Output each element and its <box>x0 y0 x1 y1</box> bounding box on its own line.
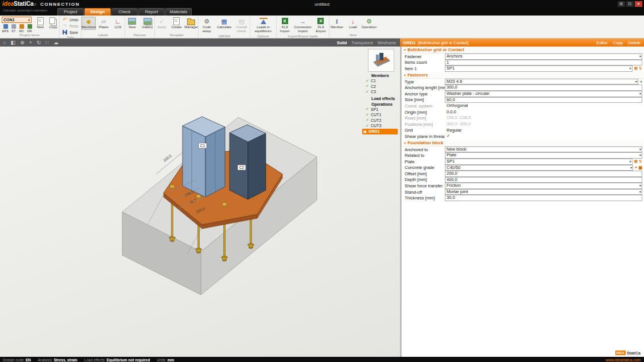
create-template-button[interactable]: Create <box>170 17 184 30</box>
redo-button[interactable]: ↷Redo <box>61 23 79 29</box>
property-value[interactable]: 0,0,0 <box>445 109 642 115</box>
render-mode-transparent[interactable]: Transparent <box>351 41 373 45</box>
property-value[interactable]: New block <box>445 147 642 153</box>
property-value[interactable]: 400,0 <box>445 177 642 183</box>
clip-view-icon[interactable]: ☁ <box>53 38 59 47</box>
new-item-button[interactable]: New <box>34 17 46 30</box>
tree-item-member[interactable]: ✓ C3 <box>366 89 399 95</box>
3d-viewport[interactable]: C1 C2 100,0 138,5 11,7 150,0 <box>0 47 400 357</box>
property-value[interactable]: M20 4.6 <box>445 79 638 85</box>
property-value[interactable]: Orthogonal <box>445 103 642 109</box>
save-button[interactable]: Save <box>61 29 78 35</box>
zoom-window-icon[interactable]: ◧ <box>10 38 15 47</box>
property-value[interactable]: C40/50 <box>445 165 633 171</box>
template-manager-button[interactable]: Manager <box>184 17 198 30</box>
new-member-button[interactable]: I Member <box>329 17 344 30</box>
gallery-button[interactable]: Gallery <box>141 17 155 30</box>
section-header-fasteners[interactable]: ▾ Fasteners <box>402 72 644 79</box>
tree-section-load-effects[interactable]: Load effects <box>371 97 399 101</box>
delete-operation-button[interactable]: Delete <box>628 40 641 45</box>
section-header-grid[interactable]: ▾ Bolt/Anchor grid or Contact <box>402 47 644 53</box>
copy-operation-button[interactable]: Copy <box>613 40 623 45</box>
new-load-button[interactable]: ↓ Load <box>346 17 360 30</box>
tree-item-operation[interactable]: ✓ CUT2 <box>366 118 399 124</box>
overall-check-button[interactable]: ▤ Overall check <box>234 17 250 34</box>
check-icon: ✓ <box>366 113 371 117</box>
collapse-caret-icon: ▾ <box>404 73 406 77</box>
tab-materials[interactable]: Materials <box>165 8 192 16</box>
pan-icon[interactable]: + <box>29 38 32 47</box>
fit-view-icon[interactable]: ∷ <box>45 38 49 47</box>
code-setup-button[interactable]: ⚙ Code setup <box>199 17 215 34</box>
member-column-c2[interactable] <box>230 125 266 199</box>
rotate-icon[interactable]: ↻ <box>37 38 41 47</box>
dr-button[interactable]: DR <box>26 24 33 33</box>
editor-button[interactable]: Editor <box>596 40 608 45</box>
property-value[interactable]: 200,0 <box>445 171 642 177</box>
minimize-icon[interactable]: ⊞ <box>618 1 625 7</box>
calculate-button[interactable]: ▦ Calculate <box>216 17 232 30</box>
mc-button[interactable]: MC <box>18 24 25 33</box>
restore-icon[interactable]: ⊡ <box>626 1 634 7</box>
property-value[interactable]: 300,0 -300,0 <box>445 121 642 128</box>
render-mode-solid[interactable]: Solid <box>337 41 347 45</box>
tree-item-member[interactable]: ✓ C1 <box>366 78 399 84</box>
property-value[interactable]: SP1 <box>445 66 633 72</box>
tree-item-grd1-selected[interactable]: ▦ GRD1 <box>362 129 398 134</box>
tab-design[interactable]: Design <box>84 8 111 16</box>
lcs-labels-button[interactable]: ∟ LCS <box>111 17 125 30</box>
loads-in-equilibrium-button[interactable]: Loads in equilibrium <box>252 17 275 34</box>
property-value[interactable]: Anchors <box>445 53 642 60</box>
property-value[interactable]: 150,0 -138,5 <box>445 115 642 121</box>
copy-icon <box>49 17 57 25</box>
section-header-foundation-block[interactable]: ▾ Foundation block <box>402 140 644 147</box>
copy-item-button[interactable]: Copy <box>48 17 60 30</box>
home-icon[interactable]: ⌂ <box>3 38 6 47</box>
property-value[interactable]: SP1 <box>445 159 633 165</box>
apply-template-button[interactable]: ✓ Apply <box>155 17 169 30</box>
property-value[interactable]: Mortar joint <box>445 189 642 195</box>
eps-button[interactable]: EPS <box>2 24 9 33</box>
property-row: Shear force transfer Friction <box>402 183 644 189</box>
undo-button[interactable]: ↶Undo <box>61 17 79 22</box>
xls-import-button[interactable]: X XLS Import <box>277 17 293 34</box>
property-value[interactable]: 300,0 <box>445 84 642 91</box>
property-value[interactable]: Plate <box>445 152 642 159</box>
member-column-c1[interactable] <box>183 117 225 197</box>
property-value[interactable]: Washer plate - circular <box>445 91 642 97</box>
load-arrow-icon: ↓ <box>351 17 355 25</box>
tree-section-operations: Operations <box>371 102 399 106</box>
tree-item-member[interactable]: ✓ C2 <box>366 84 399 90</box>
property-extra-buttons[interactable]: + ▦ <box>635 165 642 170</box>
property-value[interactable]: 60,0 <box>445 97 642 103</box>
property-value[interactable]: 1 <box>445 60 642 66</box>
plates-labels-button[interactable]: ▱ Plates <box>97 17 110 30</box>
new-operation-button[interactable]: ⚙ Operation <box>362 17 377 30</box>
tree-item-operation[interactable]: ✓ CUT1 <box>366 112 399 118</box>
close-icon[interactable]: ✕ <box>635 1 642 7</box>
connection-import-button[interactable]: → Connection Import <box>294 17 312 34</box>
property-value[interactable]: 30,0 <box>445 195 642 201</box>
zoom-icon[interactable]: ⊕ <box>20 38 25 47</box>
render-mode-wireframe[interactable]: Wireframe <box>378 41 396 45</box>
property-value[interactable]: Regular <box>445 128 642 134</box>
tab-project[interactable]: Project <box>57 8 84 16</box>
tab-check[interactable]: Check <box>111 8 138 16</box>
project-item-selector[interactable]: CON1 ▾ <box>2 17 32 23</box>
property-value[interactable]: Friction <box>445 183 642 189</box>
property-extra-buttons[interactable]: + <box>640 80 642 84</box>
property-extra-buttons[interactable]: ▦ ⇅ <box>634 159 642 164</box>
st-button[interactable]: ST <box>10 24 17 33</box>
property-value[interactable]: ✓ <box>445 133 642 140</box>
tree-item-operation[interactable]: ✓ SP1 <box>366 107 399 113</box>
check-icon: ✓ <box>366 124 371 128</box>
tab-report[interactable]: Report <box>138 8 165 16</box>
new-picture-button[interactable]: New <box>125 17 139 30</box>
members-labels-button[interactable]: ◆ Members <box>82 17 96 30</box>
tree-item-operation[interactable]: ✓ CUT3 <box>366 123 399 129</box>
3d-scene-canvas[interactable]: C1 C2 100,0 138,5 11,7 150,0 <box>0 47 400 357</box>
website-link[interactable]: www.ideastatica.com <box>606 358 641 362</box>
xls-export-button[interactable]: X XLS Export <box>313 17 329 34</box>
property-extra-buttons[interactable]: ▦ ⇅ <box>634 66 642 71</box>
model-thumbnail[interactable] <box>368 49 394 72</box>
